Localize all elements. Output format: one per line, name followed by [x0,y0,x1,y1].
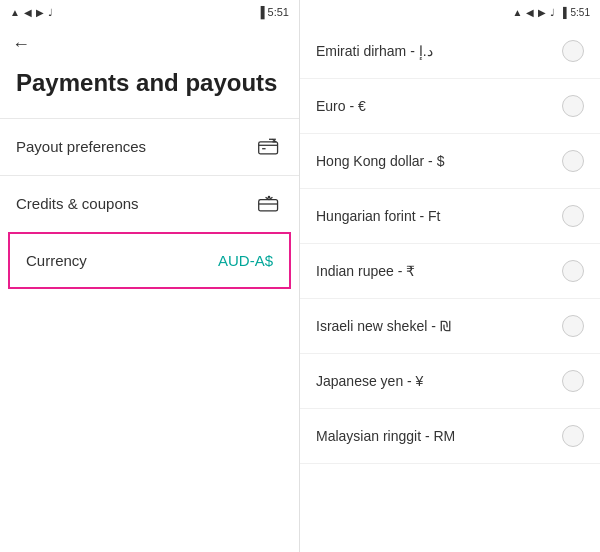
back-button[interactable]: ← [0,24,299,61]
radio-button[interactable] [562,150,584,172]
status-icons-right: ▲ ◀ ▶ ♩ ▐ 5:51 [513,7,590,18]
status-bar-left: ▲ ◀ ▶ ♩ ▐ 5:51 [0,0,299,24]
list-item[interactable]: Euro - € [300,79,600,134]
currency-list: Emirati dirham - د.إ Euro - € Hong Kong … [300,24,600,552]
time-left: 5:51 [268,6,289,18]
wifi-icon-right: ◀ [526,7,534,18]
list-item[interactable]: Malaysian ringgit - RM [300,409,600,464]
credits-coupons-label: Credits & coupons [16,195,139,212]
battery-time-left: ▐ 5:51 [257,6,289,18]
back-arrow-icon: ← [12,34,30,54]
right-panel: ▲ ◀ ▶ ♩ ▐ 5:51 Emirati dirham - د.إ Euro… [300,0,600,552]
radio-button[interactable] [562,425,584,447]
battery-icon-right: ▐ [559,7,566,18]
radio-button[interactable] [562,205,584,227]
payout-preferences-item[interactable]: Payout preferences [0,118,299,175]
currency-list-item-label: Euro - € [316,98,366,114]
page-title: Payments and payouts [0,61,299,118]
battery-icon: ▐ [257,6,268,18]
currency-list-item-label: Israeli new shekel - ₪ [316,318,451,334]
payout-preferences-label: Payout preferences [16,138,146,155]
currency-list-item-label: Malaysian ringgit - RM [316,428,455,444]
radio-button[interactable] [562,315,584,337]
signal-icon-right: ▲ [513,7,523,18]
list-item[interactable]: Emirati dirham - د.إ [300,24,600,79]
svg-rect-4 [259,200,278,211]
currency-value: AUD-A$ [218,252,273,269]
status-bar-right: ▲ ◀ ▶ ♩ ▐ 5:51 [300,0,600,24]
svg-rect-0 [259,142,278,154]
status-icons-left: ▲ ◀ ▶ ♩ [10,7,53,18]
credits-icon [255,194,283,214]
signal2-icon-right: ▶ [538,7,546,18]
currency-list-item-label: Indian rupee - ₹ [316,263,415,279]
currency-list-item-label: Hungarian forint - Ft [316,208,441,224]
radio-button[interactable] [562,370,584,392]
list-item[interactable]: Israeli new shekel - ₪ [300,299,600,354]
list-item[interactable]: Hong Kong dollar - $ [300,134,600,189]
list-item[interactable]: Hungarian forint - Ft [300,189,600,244]
wifi-icon: ◀ [24,7,32,18]
svg-point-6 [268,196,271,199]
radio-button[interactable] [562,260,584,282]
time-right: 5:51 [571,7,590,18]
credits-coupons-item[interactable]: Credits & coupons [0,175,299,232]
list-item[interactable]: Japanese yen - ¥ [300,354,600,409]
radio-button[interactable] [562,40,584,62]
radio-button[interactable] [562,95,584,117]
left-panel: ▲ ◀ ▶ ♩ ▐ 5:51 ← Payments and payouts Pa… [0,0,300,552]
currency-list-item-label: Japanese yen - ¥ [316,373,423,389]
signal2-icon: ▶ [36,7,44,18]
currency-label: Currency [26,252,87,269]
currency-list-item-label: Emirati dirham - د.إ [316,43,433,59]
currency-item[interactable]: Currency AUD-A$ [8,232,291,289]
payout-icon [255,137,283,157]
signal-icon: ▲ [10,7,20,18]
currency-list-item-label: Hong Kong dollar - $ [316,153,444,169]
music-icon-right: ♩ [550,7,555,18]
list-item[interactable]: Indian rupee - ₹ [300,244,600,299]
music-icon: ♩ [48,7,53,18]
